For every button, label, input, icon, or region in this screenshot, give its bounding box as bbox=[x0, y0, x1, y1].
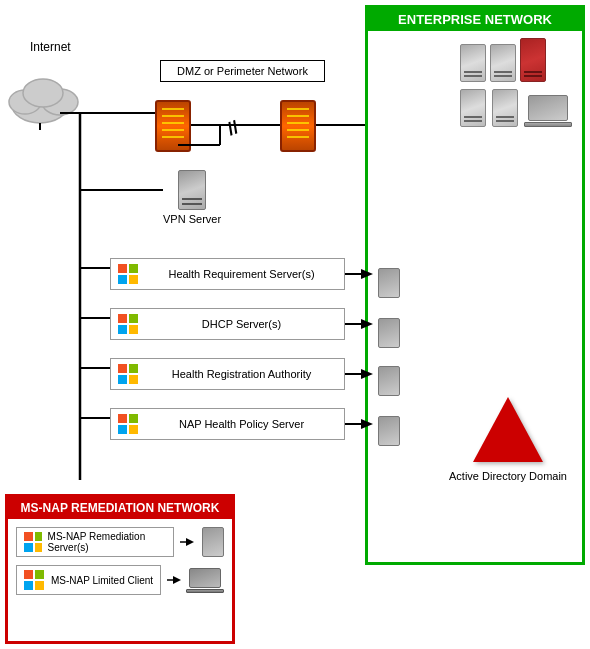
windows-icon-rem2 bbox=[23, 569, 45, 591]
ad-triangle bbox=[473, 397, 543, 462]
server-row-1: Health Requirement Server(s) bbox=[110, 258, 375, 290]
diagram-container: ENTERPRISE NETWORK bbox=[0, 0, 590, 649]
arrow-2 bbox=[345, 314, 375, 334]
svg-rect-39 bbox=[35, 581, 44, 590]
rem-client-row: MS-NAP Limited Client bbox=[8, 561, 232, 603]
svg-rect-15 bbox=[129, 325, 138, 334]
svg-rect-6 bbox=[118, 264, 127, 273]
svg-rect-37 bbox=[35, 570, 44, 579]
enterprise-header: ENTERPRISE NETWORK bbox=[368, 8, 582, 31]
server-icon-3 bbox=[520, 38, 546, 82]
windows-icon-rem1 bbox=[23, 531, 42, 553]
rem-arrow-1 bbox=[180, 535, 196, 549]
windows-icon-1 bbox=[117, 263, 139, 285]
svg-rect-18 bbox=[118, 364, 127, 373]
svg-marker-35 bbox=[186, 538, 194, 546]
svg-rect-36 bbox=[24, 570, 33, 579]
rem-server-icon bbox=[202, 527, 224, 557]
rem-server-label: MS-NAP Remediation Server(s) bbox=[48, 531, 167, 553]
svg-rect-25 bbox=[129, 414, 138, 423]
enterprise-servers bbox=[460, 38, 572, 127]
vpn-server: VPN Server bbox=[163, 170, 221, 225]
svg-rect-24 bbox=[118, 414, 127, 423]
svg-point-3 bbox=[23, 79, 63, 107]
windows-icon-2 bbox=[117, 313, 139, 335]
svg-marker-29 bbox=[361, 419, 373, 429]
firewall-1 bbox=[155, 100, 191, 152]
ent-server-r4 bbox=[378, 416, 400, 446]
svg-rect-19 bbox=[129, 364, 138, 373]
arrow-1 bbox=[345, 264, 375, 284]
remediation-header: MS-NAP REMEDIATION NETWORK bbox=[8, 497, 232, 519]
enterprise-network-box: ENTERPRISE NETWORK bbox=[365, 5, 585, 565]
server-row-2: DHCP Server(s) bbox=[110, 308, 375, 340]
svg-rect-30 bbox=[24, 532, 33, 541]
windows-icon-4 bbox=[117, 413, 139, 435]
rem-server-row: MS-NAP Remediation Server(s) bbox=[8, 519, 232, 561]
svg-marker-23 bbox=[361, 369, 373, 379]
svg-rect-21 bbox=[129, 375, 138, 384]
svg-marker-17 bbox=[361, 319, 373, 329]
firewall-2 bbox=[280, 100, 316, 152]
svg-rect-9 bbox=[129, 275, 138, 284]
svg-rect-38 bbox=[24, 581, 33, 590]
health-req-label: Health Requirement Server(s) bbox=[145, 268, 338, 280]
policy-server-label: NAP Health Policy Server bbox=[145, 418, 338, 430]
server-icon-2 bbox=[490, 44, 516, 82]
laptop-icon bbox=[528, 95, 572, 127]
active-directory: Active Directory Domain bbox=[449, 397, 567, 482]
ent-server-r1 bbox=[378, 268, 400, 298]
server-row-3: Health Registration Authority bbox=[110, 358, 375, 390]
svg-rect-8 bbox=[118, 275, 127, 284]
svg-rect-12 bbox=[118, 314, 127, 323]
ent-server-r2 bbox=[378, 318, 400, 348]
server-icon-5 bbox=[492, 89, 518, 127]
svg-rect-32 bbox=[24, 543, 33, 552]
rem-arrow-2 bbox=[167, 573, 183, 587]
arrow-3 bbox=[345, 364, 375, 384]
rem-laptop-icon bbox=[189, 568, 224, 593]
arrow-4 bbox=[345, 414, 375, 434]
svg-rect-33 bbox=[35, 543, 42, 552]
svg-marker-11 bbox=[361, 269, 373, 279]
server-icon-4 bbox=[460, 89, 486, 127]
ent-server-r3 bbox=[378, 366, 400, 396]
dhcp-label: DHCP Server(s) bbox=[145, 318, 338, 330]
svg-rect-20 bbox=[118, 375, 127, 384]
server-row-4: NAP Health Policy Server bbox=[110, 408, 375, 440]
ad-label: Active Directory Domain bbox=[449, 470, 567, 482]
rem-client-label: MS-NAP Limited Client bbox=[51, 575, 153, 586]
svg-rect-7 bbox=[129, 264, 138, 273]
vpn-label: VPN Server bbox=[163, 213, 221, 225]
svg-rect-26 bbox=[118, 425, 127, 434]
svg-rect-13 bbox=[129, 314, 138, 323]
windows-icon-3 bbox=[117, 363, 139, 385]
slash-1: // bbox=[225, 117, 242, 140]
server-icon-1 bbox=[460, 44, 486, 82]
health-reg-label: Health Registration Authority bbox=[145, 368, 338, 380]
remediation-box: MS-NAP REMEDIATION NETWORK MS-NAP Remedi… bbox=[5, 494, 235, 644]
svg-rect-31 bbox=[35, 532, 42, 541]
svg-rect-27 bbox=[129, 425, 138, 434]
dmz-label: DMZ or Perimeter Network bbox=[177, 65, 308, 77]
cloud-icon bbox=[5, 60, 105, 130]
internet-label: Internet bbox=[30, 40, 71, 54]
svg-marker-41 bbox=[173, 576, 181, 584]
dmz-box: DMZ or Perimeter Network bbox=[160, 60, 325, 82]
svg-rect-14 bbox=[118, 325, 127, 334]
